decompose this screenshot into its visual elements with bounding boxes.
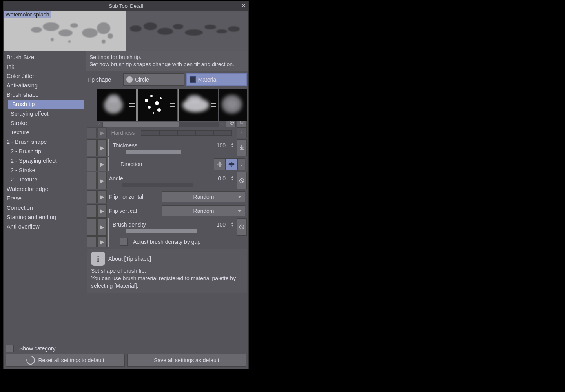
direction-vertical-button[interactable]	[214, 158, 226, 170]
sidebar-item-2-brush-shape[interactable]: 2 - Brush shape	[4, 137, 86, 147]
sidebar-item-starting-ending[interactable]: Starting and ending	[4, 212, 86, 222]
density-checkbox[interactable]	[87, 218, 97, 236]
direction-label: Direction	[120, 161, 142, 167]
density-value[interactable]: 100	[217, 221, 226, 228]
tip-shape-material-label: Material	[198, 76, 218, 83]
tip-shape-circle-label: Circle	[135, 76, 149, 83]
scroll-left-icon[interactable]: ‹	[97, 122, 102, 127]
angle-label: Angle	[109, 175, 123, 181]
show-category-label: Show category	[19, 345, 56, 352]
flip-v-select[interactable]: Random	[162, 205, 245, 216]
adjust-gap-label: Adjust brush density by gap	[133, 239, 200, 245]
density-dynamics-button[interactable]: ▶	[97, 218, 107, 236]
sidebar-item-stroke[interactable]: Stroke	[4, 118, 86, 128]
hardness-segments	[141, 130, 232, 136]
preview-light[interactable]: Watercolor splash	[4, 11, 126, 51]
save-defaults-button[interactable]: Save all settings as default	[127, 354, 246, 367]
sidebar-item-correction[interactable]: Correction	[4, 203, 86, 212]
thickness-dynamics-button[interactable]: ▶	[97, 139, 107, 156]
density-slider[interactable]	[126, 229, 197, 233]
sidebar-item-erase[interactable]: Erase	[4, 194, 86, 203]
sidebar-item-2-spraying-effect[interactable]: 2 - Spraying effect	[4, 156, 86, 165]
density-spinner[interactable]: ▴▾	[230, 222, 234, 227]
sidebar-item-2-texture[interactable]: 2 - Texture	[4, 175, 86, 184]
angle-spinner[interactable]: ▴▾	[230, 176, 234, 181]
flip-h-select[interactable]: Random	[162, 191, 245, 202]
sidebar-item-2-stroke[interactable]: 2 - Stroke	[4, 165, 86, 175]
bracket	[108, 139, 111, 156]
window-title: Sub Tool Detail	[109, 3, 143, 9]
about-body: Set shape of brush tip. You can use brus…	[91, 267, 243, 290]
info-icon: i	[91, 252, 105, 266]
drag-icon[interactable]	[129, 103, 135, 107]
density-label: Brush density	[113, 221, 146, 228]
sidebar-item-brush-tip[interactable]: Brush tip	[8, 100, 84, 109]
sidebar-item-color-jitter[interactable]: Color Jitter	[4, 71, 86, 81]
angle-value[interactable]: 0.0	[218, 175, 226, 181]
preview-row: Watercolor splash	[4, 11, 248, 51]
hardness-more-button[interactable]: ›	[237, 127, 247, 138]
density-lock-button[interactable]	[237, 218, 247, 236]
adjust-gap-dynamics-button[interactable]: ▶	[97, 236, 107, 247]
direction-checkbox[interactable]	[87, 157, 97, 171]
bracket	[108, 218, 111, 236]
titlebar[interactable]: Sub Tool Detail ✕	[4, 1, 248, 11]
circle-icon	[126, 76, 133, 83]
tip-shape-circle-button[interactable]: Circle	[123, 73, 184, 86]
svg-point-2	[219, 162, 221, 167]
thickness-value[interactable]: 100	[217, 142, 226, 149]
description-box: Settings for brush tip. Set how brush ti…	[86, 51, 248, 71]
drag-icon[interactable]	[170, 103, 175, 107]
hardness-dynamics-button[interactable]: ▶	[97, 127, 107, 138]
tip-shape-label: Tip shape	[87, 76, 121, 83]
flip-h-checkbox[interactable]	[87, 190, 97, 203]
adjust-gap-pre-checkbox[interactable]	[87, 236, 97, 247]
flip-v-checkbox[interactable]	[87, 204, 97, 218]
flip-h-label: Flip horizontal	[109, 194, 143, 200]
thumb-scrollbar[interactable]	[102, 122, 219, 127]
direction-more-button[interactable]: ⌄	[237, 158, 245, 170]
angle-dynamics-button[interactable]: ▶	[97, 172, 107, 189]
thickness-spinner[interactable]: ▴▾	[230, 143, 234, 148]
footer: Show category Reset all settings to defa…	[4, 342, 248, 369]
preview-dark[interactable]	[126, 11, 248, 51]
sidebar-item-texture[interactable]: Texture	[4, 128, 86, 137]
thumb-1[interactable]	[97, 89, 137, 121]
hardness-checkbox[interactable]	[87, 127, 97, 138]
reset-button[interactable]: Reset all settings to default	[6, 354, 125, 367]
tip-shape-material-button[interactable]: Material	[186, 73, 247, 86]
thickness-save-button[interactable]	[237, 139, 247, 156]
flip-v-label: Flip vertical	[109, 208, 137, 214]
angle-lock-button[interactable]	[237, 172, 247, 189]
sidebar-item-anti-aliasing[interactable]: Anti-aliasing	[4, 81, 86, 90]
flip-v-dynamics-button[interactable]: ▶	[97, 204, 107, 218]
direction-horizontal-button[interactable]	[226, 158, 237, 170]
sidebar-item-anti-overflow[interactable]: Anti-overflow	[4, 222, 86, 231]
sidebar-item-2-brush-tip[interactable]: 2 - Brush tip	[4, 147, 86, 156]
close-button[interactable]: ✕	[240, 2, 247, 9]
sidebar-item-ink[interactable]: Ink	[4, 62, 86, 71]
angle-slider[interactable]	[122, 183, 193, 187]
category-sidebar[interactable]: Brush Size Ink Color Jitter Anti-aliasin…	[4, 51, 86, 342]
adjust-gap-checkbox[interactable]	[120, 238, 128, 246]
thumb-4[interactable]	[219, 89, 247, 121]
thickness-slider[interactable]	[126, 150, 181, 154]
drag-icon[interactable]	[211, 103, 216, 107]
flip-h-dynamics-button[interactable]: ▶	[97, 190, 107, 203]
direction-dynamics-button[interactable]: ▶	[97, 157, 107, 171]
show-category-checkbox[interactable]	[6, 345, 14, 352]
sidebar-item-brush-shape[interactable]: Brush shape	[4, 90, 86, 100]
thumb-2[interactable]	[137, 89, 177, 121]
sidebar-item-spraying-effect[interactable]: Spraying effect	[4, 109, 86, 118]
about-box: i About [Tip shape] Set shape of brush t…	[87, 249, 247, 293]
angle-checkbox[interactable]	[87, 172, 97, 189]
thickness-checkbox[interactable]	[87, 139, 97, 156]
thumb-3[interactable]	[178, 89, 218, 121]
reset-icon	[25, 354, 36, 366]
sidebar-item-brush-size[interactable]: Brush Size	[4, 53, 86, 62]
thickness-label: Thickness	[113, 142, 137, 149]
brush-tip-thumbnails	[97, 89, 247, 121]
svg-point-3	[229, 163, 235, 166]
scroll-right-icon[interactable]: ›	[219, 122, 225, 127]
sidebar-item-watercolor-edge[interactable]: Watercolor edge	[4, 184, 86, 194]
